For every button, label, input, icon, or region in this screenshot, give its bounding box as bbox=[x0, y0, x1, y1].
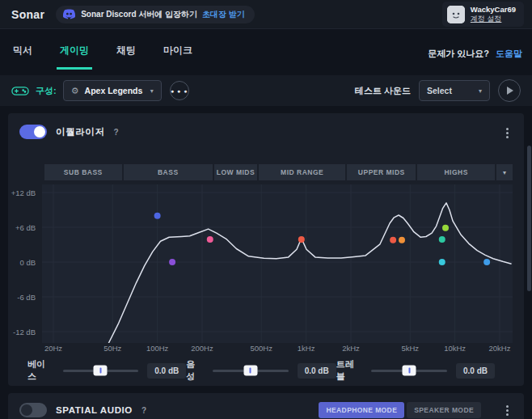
band-highs[interactable]: HIGHS bbox=[417, 164, 495, 180]
config-label: 구성: bbox=[36, 85, 57, 97]
sonar-app: Sonar Sonar Discord 서버에 입장하기 초대장 받기 bbox=[0, 0, 532, 419]
freq-tick-label: 10kHz bbox=[444, 344, 466, 353]
bass-slider-value: 0.0 dB bbox=[147, 363, 186, 379]
eq-curve-svg bbox=[42, 184, 513, 343]
voice-slider[interactable] bbox=[213, 370, 289, 372]
freq-tick-label: 100Hz bbox=[146, 344, 168, 353]
gear-icon: ⚙ bbox=[71, 86, 79, 96]
eq-control-point[interactable] bbox=[399, 237, 405, 243]
equalizer-header: 이퀄라이저 ? bbox=[19, 125, 119, 139]
play-icon bbox=[507, 87, 513, 95]
eq-control-point[interactable] bbox=[169, 259, 175, 265]
spatial-mode-buttons: HEADPHONE MODE SPEAKER MODE bbox=[319, 402, 481, 418]
equalizer-toggle[interactable] bbox=[19, 125, 47, 139]
treble-slider-value: 0.0 dB bbox=[456, 363, 495, 379]
eq-control-point[interactable] bbox=[207, 236, 213, 243]
eq-control-point[interactable] bbox=[439, 236, 445, 243]
freq-tick-label: 1kHz bbox=[298, 344, 315, 353]
chevron-down-icon: ▾ bbox=[150, 87, 154, 95]
bass-slider-group: 베이스 0.0 dB bbox=[27, 358, 186, 383]
eq-control-point[interactable] bbox=[439, 259, 445, 265]
eq-db-axis: +12 dB+6 dB0 dB-6 dB-12 dB bbox=[10, 184, 39, 343]
freq-tick-label: 5kHz bbox=[401, 344, 419, 353]
equalizer-menu-button[interactable] bbox=[501, 126, 513, 139]
help-link[interactable]: 도움말 bbox=[496, 49, 522, 58]
eq-response-curve bbox=[108, 203, 511, 343]
eq-control-point[interactable] bbox=[483, 259, 490, 265]
config-select[interactable]: ⚙ Apex Legends ▾ bbox=[63, 80, 162, 101]
db-tick-label: -6 dB bbox=[17, 293, 36, 302]
freq-tick-label: 20kHz bbox=[489, 344, 511, 353]
more-icon: ● ● ● bbox=[171, 88, 188, 94]
treble-slider[interactable] bbox=[371, 370, 447, 372]
eq-graph[interactable] bbox=[42, 184, 513, 343]
eq-sliders-row: 베이스 0.0 dB 음성 0.0 dB 트레블 0.0 dB bbox=[27, 358, 495, 383]
eq-control-point[interactable] bbox=[154, 213, 161, 219]
band-expand-button[interactable]: ▾ bbox=[496, 164, 513, 180]
freq-tick-label: 50Hz bbox=[103, 344, 121, 353]
tab-mixer[interactable]: 믹서 bbox=[10, 44, 36, 70]
help-icon[interactable]: ? bbox=[114, 128, 119, 137]
tab-gaming[interactable]: 게이밍 bbox=[57, 44, 92, 70]
treble-slider-label: 트레블 bbox=[336, 358, 363, 383]
play-test-sound-button[interactable] bbox=[498, 79, 521, 102]
toggle-knob bbox=[21, 404, 32, 416]
bass-slider-label: 베이스 bbox=[27, 358, 54, 383]
band-bass[interactable]: BASS bbox=[124, 164, 213, 180]
spatial-audio-toggle[interactable] bbox=[19, 403, 47, 417]
account-settings-link[interactable]: 계정 설정 bbox=[471, 15, 516, 23]
main-tabs: 믹서 게이밍 채팅 마이크 문제가 있나요? 도움말 bbox=[0, 29, 532, 70]
voice-slider-label: 음성 bbox=[186, 358, 204, 383]
user-account[interactable]: WackyCar69 계정 설정 bbox=[442, 2, 524, 27]
config-select-value: Apex Legends bbox=[85, 86, 145, 95]
freq-tick-label: 2kHz bbox=[342, 344, 360, 353]
discord-invite-link[interactable]: 초대장 받기 bbox=[202, 9, 245, 20]
toggle-knob bbox=[34, 126, 45, 138]
tab-chat[interactable]: 채팅 bbox=[113, 44, 139, 70]
band-sub-bass[interactable]: SUB BASS bbox=[44, 164, 122, 180]
treble-slider-handle[interactable] bbox=[403, 366, 416, 376]
username: WackyCar69 bbox=[471, 5, 516, 15]
band-upper-mids[interactable]: UPPER MIDS bbox=[347, 164, 416, 180]
speaker-mode-button[interactable]: SPEAKER MODE bbox=[407, 402, 481, 418]
config-bar: 구성: ⚙ Apex Legends ▾ ● ● ● 테스트 사운드 Selec… bbox=[0, 75, 532, 106]
spatial-audio-title: SPATIAL AUDIO bbox=[56, 405, 133, 415]
db-tick-label: +6 dB bbox=[15, 223, 36, 232]
discord-banner[interactable]: Sonar Discord 서버에 입장하기 초대장 받기 bbox=[56, 6, 255, 23]
tab-mic[interactable]: 마이크 bbox=[160, 44, 196, 70]
eq-control-point[interactable] bbox=[390, 237, 396, 243]
bass-slider-handle[interactable] bbox=[94, 366, 108, 376]
voice-slider-handle[interactable] bbox=[243, 366, 257, 376]
spatial-menu-button[interactable] bbox=[501, 404, 513, 417]
topbar: Sonar Sonar Discord 서버에 입장하기 초대장 받기 bbox=[0, 0, 532, 29]
voice-slider-value: 0.0 dB bbox=[298, 363, 336, 379]
help-icon[interactable]: ? bbox=[141, 406, 146, 415]
test-sound-label: 테스트 사운드 bbox=[355, 85, 411, 97]
band-mid-range[interactable]: MID RANGE bbox=[259, 164, 345, 180]
eq-band-header-row: SUB BASS BASS LOW MIDS MID RANGE UPPER M… bbox=[44, 164, 513, 180]
avatar bbox=[447, 6, 465, 23]
headphone-mode-button[interactable]: HEADPHONE MODE bbox=[319, 402, 404, 418]
equalizer-panel: 이퀄라이저 ? SUB BASS BASS LOW MIDS MID RANGE… bbox=[8, 113, 524, 386]
equalizer-title: 이퀄라이저 bbox=[56, 126, 105, 138]
band-low-mids[interactable]: LOW MIDS bbox=[214, 164, 257, 180]
help-question-text: 문제가 있나요? bbox=[428, 49, 489, 58]
config-more-button[interactable]: ● ● ● bbox=[170, 81, 189, 100]
freq-tick-label: 20Hz bbox=[44, 344, 62, 353]
voice-slider-group: 음성 0.0 dB bbox=[186, 358, 336, 383]
vertical-scrollbar[interactable] bbox=[527, 146, 531, 291]
test-sound-select[interactable]: Select ▾ bbox=[419, 80, 490, 101]
db-tick-label: +12 dB bbox=[11, 188, 36, 197]
spatial-audio-header: SPATIAL AUDIO ? HEADPHONE MODE SPEAKER M… bbox=[8, 393, 524, 418]
db-tick-label: -12 dB bbox=[13, 328, 36, 336]
db-tick-label: 0 dB bbox=[19, 258, 36, 267]
spatial-audio-panel: SPATIAL AUDIO ? HEADPHONE MODE SPEAKER M… bbox=[8, 393, 524, 419]
test-sound-value: Select bbox=[427, 86, 473, 95]
discord-banner-text: Sonar Discord 서버에 입장하기 bbox=[81, 9, 197, 20]
eq-control-point[interactable] bbox=[298, 236, 305, 243]
eq-freq-axis: 20Hz50Hz100Hz200Hz500Hz1kHz2kHz5kHz10kHz… bbox=[42, 344, 513, 353]
discord-icon bbox=[62, 9, 76, 19]
freq-tick-label: 500Hz bbox=[250, 344, 272, 353]
bass-slider[interactable] bbox=[63, 370, 139, 372]
eq-control-point[interactable] bbox=[442, 225, 449, 231]
